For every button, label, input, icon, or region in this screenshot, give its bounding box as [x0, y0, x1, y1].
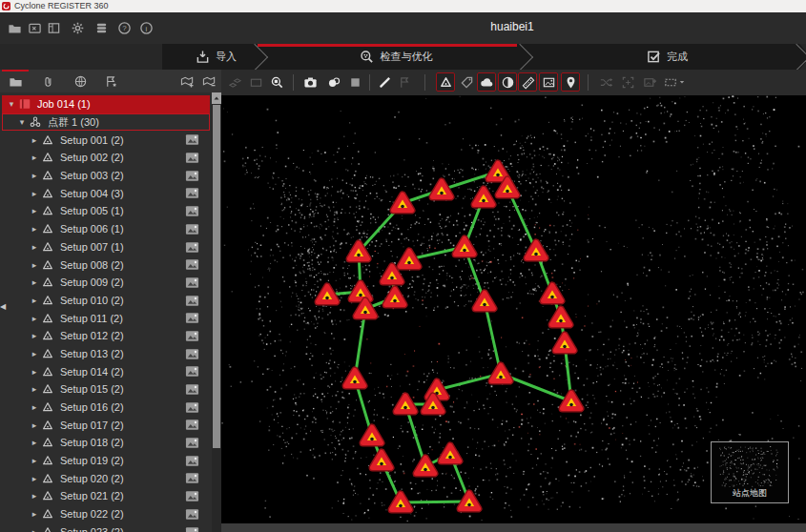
- tree-item-setup[interactable]: ▸Setup 007 (1): [2, 238, 210, 256]
- contrast-icon[interactable]: [498, 72, 517, 92]
- setup-marker[interactable]: [401, 252, 419, 267]
- setup-marker[interactable]: [563, 394, 581, 409]
- cloud-visibility-icon[interactable]: [477, 72, 496, 92]
- tree-item-setup[interactable]: ▸Setup 014 (2): [2, 362, 210, 380]
- tree-item-setup[interactable]: ▸Setup 016 (2): [2, 399, 210, 417]
- pano-thumbnail-icon[interactable]: [185, 294, 199, 308]
- tree-item-setup[interactable]: ▸Setup 009 (2): [2, 274, 210, 292]
- workflow-step-finish[interactable]: 完成: [523, 44, 806, 70]
- pano-thumbnail-icon[interactable]: [185, 507, 199, 522]
- expand-arrow-icon[interactable]: ▸: [29, 153, 40, 162]
- setup-marker[interactable]: [476, 294, 494, 309]
- tree-item-setup[interactable]: ▸Setup 013 (2): [2, 345, 210, 363]
- remove-from-sitemap-icon[interactable]: [201, 73, 217, 89]
- tree-item-setup[interactable]: ▸Setup 011 (2): [2, 309, 210, 327]
- tree-item-setup[interactable]: ▸Setup 018 (2): [2, 434, 210, 452]
- expand-arrow-icon[interactable]: ▸: [29, 224, 40, 234]
- setup-marker[interactable]: [373, 453, 391, 468]
- setup-marker[interactable]: [527, 243, 546, 258]
- measure-line-icon[interactable]: [518, 72, 537, 92]
- pano-thumbnail-icon[interactable]: [185, 454, 199, 468]
- pano-thumbnail-icon[interactable]: [185, 329, 199, 343]
- tree-item-setup[interactable]: ▸Setup 008 (2): [2, 256, 210, 274]
- setup-marker[interactable]: [544, 286, 562, 301]
- expand-arrow-icon[interactable]: ▾: [6, 99, 17, 109]
- expand-arrow-icon[interactable]: ▸: [29, 206, 40, 215]
- camera-icon[interactable]: [300, 72, 320, 92]
- pano-thumbnail-icon[interactable]: [185, 222, 199, 236]
- expand-arrow-icon[interactable]: ▸: [29, 420, 40, 430]
- dropdown-arrow-icon[interactable]: [676, 72, 688, 92]
- pin-icon[interactable]: [561, 72, 580, 92]
- tree-item-setup[interactable]: ▸Setup 020 (2): [2, 469, 210, 487]
- tree-item-setup[interactable]: ▸Setup 015 (2): [2, 380, 210, 399]
- setup-marker[interactable]: [492, 366, 510, 381]
- expand-arrow-icon[interactable]: ▸: [29, 314, 40, 323]
- setup-marker[interactable]: [433, 182, 451, 197]
- tree-item-setup[interactable]: ▸Setup 003 (2): [2, 167, 210, 185]
- pano-thumbnail-icon[interactable]: [185, 471, 199, 485]
- close-project-icon[interactable]: [26, 19, 43, 36]
- open-project-icon[interactable]: [6, 19, 23, 36]
- setup-marker[interactable]: [475, 190, 493, 205]
- expand-arrow-icon[interactable]: ▸: [29, 242, 40, 252]
- tree-item-setup[interactable]: ▸Setup 021 (2): [2, 487, 210, 505]
- add-to-sitemap-icon[interactable]: [179, 73, 195, 89]
- setup-marker[interactable]: [442, 446, 460, 461]
- pano-thumbnail-icon[interactable]: [185, 169, 199, 183]
- expand-arrow-icon[interactable]: ▸: [29, 135, 40, 145]
- help-icon[interactable]: ?: [115, 19, 133, 36]
- expand-arrow-icon[interactable]: ▸: [29, 474, 40, 483]
- tree-item-setup[interactable]: ▸Setup 019 (2): [2, 452, 210, 470]
- setup-visibility-icon[interactable]: [436, 72, 455, 92]
- pano-thumbnail-icon[interactable]: [185, 364, 199, 379]
- setup-marker[interactable]: [456, 239, 474, 255]
- pano-thumbnail-icon[interactable]: [185, 257, 199, 272]
- pano-thumbnail-icon[interactable]: [185, 418, 199, 432]
- import-panel-icon[interactable]: [45, 19, 62, 36]
- expand-arrow-icon[interactable]: ▾: [16, 117, 28, 127]
- image-overlay-icon[interactable]: [539, 72, 558, 92]
- panel-frame-icon[interactable]: [246, 72, 265, 92]
- panel-collapse-icon[interactable]: ◀: [0, 300, 7, 314]
- tree-item-setup[interactable]: ▸Setup 005 (1): [2, 202, 210, 220]
- settings-gear-icon[interactable]: [69, 19, 86, 36]
- expand-arrow-icon[interactable]: ▸: [29, 296, 40, 305]
- zoom-region-icon[interactable]: [267, 72, 286, 92]
- sitemap-viewport[interactable]: 站点地图: [221, 95, 806, 523]
- tree-item-job[interactable]: ▾Job 014 (1): [2, 95, 210, 113]
- fill-square-icon[interactable]: [345, 72, 364, 92]
- shuffle-icon[interactable]: [596, 72, 615, 92]
- tree-item-setup[interactable]: ▸Setup 004 (3): [2, 184, 210, 202]
- expand-region-icon[interactable]: [618, 72, 637, 92]
- expand-arrow-icon[interactable]: ▸: [29, 260, 40, 270]
- info-icon[interactable]: i: [137, 19, 155, 36]
- expand-arrow-icon[interactable]: ▸: [29, 349, 40, 358]
- pano-thumbnail-icon[interactable]: [185, 525, 199, 532]
- setup-marker[interactable]: [346, 371, 364, 386]
- pano-thumbnail-icon[interactable]: [185, 382, 199, 397]
- tree-scrollbar[interactable]: [212, 92, 221, 532]
- setup-marker[interactable]: [489, 164, 507, 179]
- scrollbar-up-icon[interactable]: [212, 92, 221, 104]
- minimap[interactable]: 站点地图: [711, 441, 789, 503]
- setup-marker[interactable]: [556, 336, 574, 351]
- panel-tab-globe-icon[interactable]: [72, 73, 88, 89]
- expand-arrow-icon[interactable]: ▸: [29, 171, 40, 180]
- pano-thumbnail-icon[interactable]: [185, 133, 199, 147]
- setup-marker[interactable]: [394, 195, 412, 211]
- tree-item-setup[interactable]: ▸Setup 001 (2): [2, 131, 210, 149]
- tree-item-setup[interactable]: ▸Setup 017 (2): [2, 416, 210, 434]
- setup-marker[interactable]: [417, 459, 435, 474]
- expand-arrow-icon[interactable]: ▸: [29, 456, 40, 465]
- setup-marker[interactable]: [392, 495, 410, 510]
- tree-item-setup[interactable]: ▸Setup 022 (2): [2, 505, 210, 523]
- setup-marker[interactable]: [397, 397, 415, 412]
- expand-arrow-icon[interactable]: ▸: [29, 527, 40, 532]
- pano-thumbnail-icon[interactable]: [185, 489, 199, 503]
- setup-marker[interactable]: [552, 310, 570, 325]
- pano-thumbnail-icon[interactable]: [185, 276, 199, 290]
- add-image-icon[interactable]: [640, 72, 659, 92]
- expand-arrow-icon[interactable]: ▸: [29, 367, 40, 377]
- setup-marker[interactable]: [363, 428, 382, 443]
